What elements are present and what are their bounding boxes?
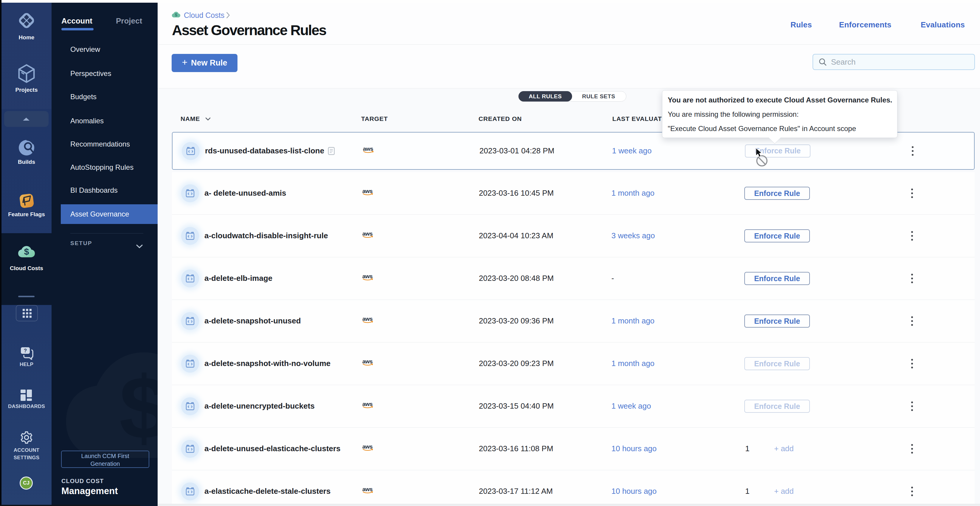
svg-text:aws: aws xyxy=(363,146,373,152)
svg-text:aws: aws xyxy=(362,486,372,492)
svg-text:aws: aws xyxy=(362,273,372,279)
svg-text:aws: aws xyxy=(362,401,372,407)
svg-text:$: $ xyxy=(24,247,29,257)
svg-text:aws: aws xyxy=(362,230,372,237)
svg-text:?: ? xyxy=(24,348,27,354)
svg-text:aws: aws xyxy=(362,358,372,365)
svg-text:aws: aws xyxy=(362,188,372,194)
svg-text:$: $ xyxy=(175,12,178,17)
svg-text:aws: aws xyxy=(362,316,372,322)
svg-text:$: $ xyxy=(119,358,158,457)
svg-text:aws: aws xyxy=(362,443,372,450)
